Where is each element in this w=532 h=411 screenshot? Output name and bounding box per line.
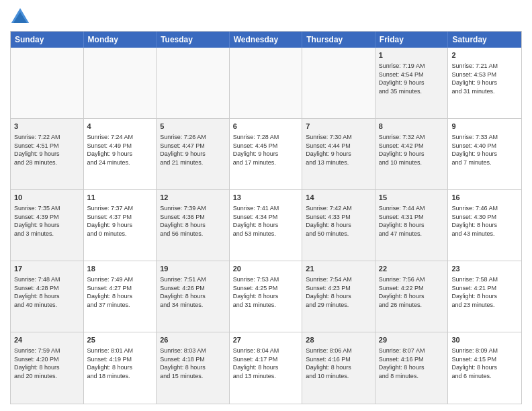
calendar-cell [157,48,230,118]
calendar-cell: 27Sunrise: 8:04 AM Sunset: 4:17 PM Dayli… [230,332,303,404]
day-detail: Sunrise: 7:56 AM Sunset: 4:22 PM Dayligh… [379,276,425,308]
day-number: 6 [233,122,299,132]
day-number: 2 [451,50,518,60]
day-detail: Sunrise: 7:58 AM Sunset: 4:21 PM Dayligh… [451,276,498,308]
calendar-cell: 29Sunrise: 8:07 AM Sunset: 4:16 PM Dayli… [375,332,449,404]
calendar-cell: 25Sunrise: 8:01 AM Sunset: 4:19 PM Dayli… [84,332,157,404]
weekday-header: Wednesday [230,32,303,48]
day-detail: Sunrise: 7:21 AM Sunset: 4:53 PM Dayligh… [451,62,498,95]
day-number: 7 [306,122,371,132]
day-number: 17 [14,264,80,274]
day-detail: Sunrise: 7:41 AM Sunset: 4:34 PM Dayligh… [233,205,279,237]
day-detail: Sunrise: 7:30 AM Sunset: 4:44 PM Dayligh… [306,134,352,166]
day-detail: Sunrise: 7:24 AM Sunset: 4:49 PM Dayligh… [87,134,134,166]
calendar-body: 1Sunrise: 7:19 AM Sunset: 4:54 PM Daylig… [11,48,521,404]
day-number: 19 [160,264,226,274]
day-number: 23 [451,264,518,274]
day-number: 26 [160,335,226,345]
day-number: 11 [87,193,153,203]
day-detail: Sunrise: 8:06 AM Sunset: 4:16 PM Dayligh… [306,347,352,379]
day-detail: Sunrise: 7:59 AM Sunset: 4:20 PM Dayligh… [14,347,60,379]
calendar-cell [230,48,303,118]
calendar-cell: 30Sunrise: 8:09 AM Sunset: 4:15 PM Dayli… [448,332,521,404]
calendar-row: 17Sunrise: 7:48 AM Sunset: 4:28 PM Dayli… [11,261,521,332]
calendar-cell: 18Sunrise: 7:49 AM Sunset: 4:27 PM Dayli… [84,261,157,332]
day-number: 8 [379,122,445,132]
calendar-cell: 17Sunrise: 7:48 AM Sunset: 4:28 PM Dayli… [11,261,84,332]
calendar-cell: 4Sunrise: 7:24 AM Sunset: 4:49 PM Daylig… [84,119,157,189]
day-number: 30 [451,335,518,345]
weekday-header: Thursday [302,32,375,48]
day-number: 29 [379,335,445,345]
day-number: 10 [14,193,80,203]
calendar-header: SundayMondayTuesdayWednesdayThursdayFrid… [11,32,521,48]
calendar-cell: 21Sunrise: 7:54 AM Sunset: 4:23 PM Dayli… [302,261,375,332]
weekday-header: Saturday [448,32,521,48]
day-detail: Sunrise: 7:46 AM Sunset: 4:30 PM Dayligh… [451,205,498,237]
calendar-cell: 3Sunrise: 7:22 AM Sunset: 4:51 PM Daylig… [11,119,84,189]
day-number: 14 [306,193,371,203]
calendar-cell [11,48,84,118]
day-number: 15 [379,193,445,203]
day-detail: Sunrise: 7:51 AM Sunset: 4:26 PM Dayligh… [160,276,206,308]
day-number: 4 [87,122,153,132]
weekday-header: Monday [84,32,157,48]
calendar-cell [302,48,375,118]
day-number: 3 [14,122,80,132]
calendar-cell: 26Sunrise: 8:03 AM Sunset: 4:18 PM Dayli… [157,332,230,404]
day-detail: Sunrise: 7:37 AM Sunset: 4:37 PM Dayligh… [87,205,134,237]
day-detail: Sunrise: 7:22 AM Sunset: 4:51 PM Dayligh… [14,134,60,166]
day-number: 12 [160,193,226,203]
day-number: 13 [233,193,299,203]
day-detail: Sunrise: 7:28 AM Sunset: 4:45 PM Dayligh… [233,134,279,166]
calendar-row: 1Sunrise: 7:19 AM Sunset: 4:54 PM Daylig… [11,48,521,119]
day-detail: Sunrise: 7:53 AM Sunset: 4:25 PM Dayligh… [233,276,279,308]
calendar-cell: 5Sunrise: 7:26 AM Sunset: 4:47 PM Daylig… [157,119,230,189]
day-detail: Sunrise: 7:19 AM Sunset: 4:54 PM Dayligh… [379,62,425,95]
calendar-cell: 6Sunrise: 7:28 AM Sunset: 4:45 PM Daylig… [230,119,303,189]
calendar-cell: 11Sunrise: 7:37 AM Sunset: 4:37 PM Dayli… [84,190,157,261]
calendar-row: 24Sunrise: 7:59 AM Sunset: 4:20 PM Dayli… [11,332,521,404]
day-number: 20 [233,264,299,274]
calendar-cell [84,48,157,118]
day-number: 16 [451,193,518,203]
day-detail: Sunrise: 7:48 AM Sunset: 4:28 PM Dayligh… [14,276,60,308]
calendar-cell: 28Sunrise: 8:06 AM Sunset: 4:16 PM Dayli… [302,332,375,404]
calendar-cell: 16Sunrise: 7:46 AM Sunset: 4:30 PM Dayli… [448,190,521,261]
calendar-cell: 13Sunrise: 7:41 AM Sunset: 4:34 PM Dayli… [230,190,303,261]
day-number: 25 [87,335,153,345]
calendar-cell: 22Sunrise: 7:56 AM Sunset: 4:22 PM Dayli… [375,261,449,332]
page: SundayMondayTuesdayWednesdayThursdayFrid… [0,0,532,411]
header [10,7,522,27]
day-number: 28 [306,335,371,345]
day-detail: Sunrise: 7:44 AM Sunset: 4:31 PM Dayligh… [379,205,425,237]
weekday-header: Friday [375,32,449,48]
day-detail: Sunrise: 8:01 AM Sunset: 4:19 PM Dayligh… [87,347,134,379]
logo-icon [10,7,30,27]
calendar-row: 3Sunrise: 7:22 AM Sunset: 4:51 PM Daylig… [11,119,521,190]
calendar-cell: 15Sunrise: 7:44 AM Sunset: 4:31 PM Dayli… [375,190,449,261]
calendar-cell: 14Sunrise: 7:42 AM Sunset: 4:33 PM Dayli… [302,190,375,261]
day-detail: Sunrise: 7:42 AM Sunset: 4:33 PM Dayligh… [306,205,352,237]
day-detail: Sunrise: 8:07 AM Sunset: 4:16 PM Dayligh… [379,347,425,379]
calendar-cell: 24Sunrise: 7:59 AM Sunset: 4:20 PM Dayli… [11,332,84,404]
day-number: 27 [233,335,299,345]
weekday-header: Sunday [11,32,84,48]
day-number: 9 [451,122,518,132]
calendar-cell: 10Sunrise: 7:35 AM Sunset: 4:39 PM Dayli… [11,190,84,261]
calendar-row: 10Sunrise: 7:35 AM Sunset: 4:39 PM Dayli… [11,190,521,261]
day-number: 22 [379,264,445,274]
calendar-cell: 19Sunrise: 7:51 AM Sunset: 4:26 PM Dayli… [157,261,230,332]
day-detail: Sunrise: 7:49 AM Sunset: 4:27 PM Dayligh… [87,276,134,308]
day-number: 24 [14,335,80,345]
day-number: 5 [160,122,226,132]
calendar-cell: 12Sunrise: 7:39 AM Sunset: 4:36 PM Dayli… [157,190,230,261]
day-detail: Sunrise: 7:54 AM Sunset: 4:23 PM Dayligh… [306,276,352,308]
calendar-cell: 20Sunrise: 7:53 AM Sunset: 4:25 PM Dayli… [230,261,303,332]
day-detail: Sunrise: 8:04 AM Sunset: 4:17 PM Dayligh… [233,347,279,379]
calendar-cell: 8Sunrise: 7:32 AM Sunset: 4:42 PM Daylig… [375,119,449,189]
day-detail: Sunrise: 7:26 AM Sunset: 4:47 PM Dayligh… [160,134,206,166]
day-detail: Sunrise: 7:39 AM Sunset: 4:36 PM Dayligh… [160,205,206,237]
calendar-cell: 9Sunrise: 7:33 AM Sunset: 4:40 PM Daylig… [448,119,521,189]
calendar-cell: 1Sunrise: 7:19 AM Sunset: 4:54 PM Daylig… [375,48,449,118]
